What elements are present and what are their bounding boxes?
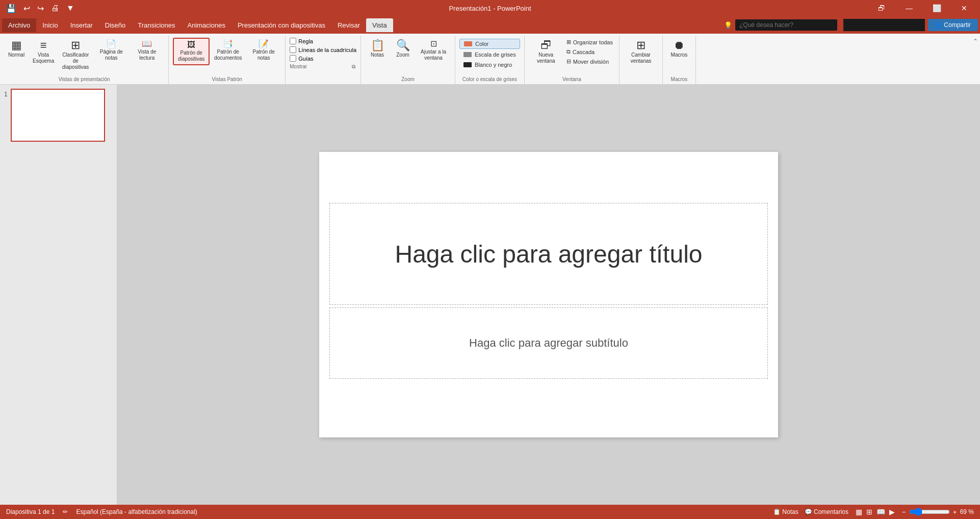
restore-button[interactable]: 🗗 [870, 0, 893, 16]
ribbon-btn-vista-esquema[interactable]: ≡ VistaEsquema [30, 38, 57, 66]
menu-archivo[interactable]: Archivo [2, 18, 36, 32]
checkbox-regla[interactable]: Regla [290, 38, 356, 44]
lineas-cuadricula-checkbox[interactable] [290, 46, 296, 53]
checkbox-group-mostrar: Regla Líneas de la cuadrícula Guías [290, 36, 356, 62]
ribbon-btn-ajustar-ventana[interactable]: ⊡ Ajustar a la ventana [416, 38, 451, 63]
slide-thumbnail[interactable] [11, 89, 105, 142]
close-button[interactable]: ✕ [952, 0, 976, 16]
guias-checkbox[interactable] [290, 55, 296, 62]
ribbon-btn-patron-diapositivas[interactable]: 🖼 Patrón de diapositivas [173, 38, 210, 65]
ribbon-btn-normal[interactable]: ▦ Normal [4, 38, 29, 60]
status-bar-right: 📋 Notas 💬 Comentarios ▦ ⊞ 📖 ▶ − + 69 % [773, 507, 974, 517]
comments-status-btn[interactable]: 💬 Comentarios [805, 508, 848, 515]
status-bar: Diapositiva 1 de 1 ✏ Español (España - a… [0, 505, 980, 519]
ribbon-btn-zoom[interactable]: 🔍 Zoom [391, 38, 415, 60]
ribbon-btn-macros[interactable]: ⏺ Macros [667, 38, 691, 60]
ribbon-group-patron-label: Vistas Patrón [212, 74, 242, 84]
notes-icon: 📋 [371, 40, 384, 51]
redo-button[interactable]: ↪ [35, 3, 46, 14]
window-title: Presentación1 - PowerPoint [449, 5, 531, 12]
zoom-in-btn[interactable]: + [953, 508, 957, 516]
share-button[interactable]: 👤 Compartir [928, 19, 978, 31]
minimize-button[interactable]: — [897, 0, 921, 16]
ribbon-group-vistas-label: Vistas de presentación [59, 74, 110, 84]
zoom-slider[interactable] [909, 508, 950, 516]
notes-status-btn[interactable]: 📋 Notas [773, 508, 798, 515]
view-mode-icons: ▦ ⊞ 📖 ▶ [855, 507, 896, 517]
ribbon-group-macros-label: Macros [671, 74, 688, 84]
ribbon: ▦ Normal ≡ VistaEsquema ⊞ Clasificador d… [0, 34, 980, 85]
checkbox-lineas-cuadricula[interactable]: Líneas de la cuadrícula [290, 46, 356, 53]
ribbon-group-mostrar-header: Mostrar ⧉ [290, 62, 356, 71]
normal-view-icon: ▦ [11, 40, 22, 51]
menu-presentacion[interactable]: Presentación con diapositivas [231, 18, 331, 32]
slide-master-icon: 🖼 [187, 41, 195, 49]
ribbon-btn-organizar-todas[interactable]: ⊞ Organizar todas [564, 38, 615, 46]
switch-windows-icon: ⊞ [636, 40, 646, 51]
title-bar-left: 💾 ↩ ↪ 🖨 ▼ [4, 3, 76, 14]
color-btn-color[interactable]: Color [459, 39, 520, 49]
checkbox-guias[interactable]: Guías [290, 55, 356, 62]
menu-diseno[interactable]: Diseño [99, 18, 132, 32]
edit-icon[interactable]: ✏ [63, 508, 68, 515]
zoom-level: 69 % [960, 508, 974, 515]
menu-inicio[interactable]: Inicio [36, 18, 64, 32]
ribbon-btn-patron-notas[interactable]: 📝 Patrón de notas [246, 38, 281, 63]
ribbon-btn-pagina-notas[interactable]: 📄 Página de notas [94, 38, 128, 63]
color-swatch-grises [463, 52, 472, 57]
menu-vista[interactable]: Vista [366, 18, 393, 32]
language-info: Español (España - alfabetización tradici… [76, 508, 197, 515]
regla-checkbox[interactable] [290, 38, 296, 44]
ribbon-buttons-vistas: ▦ Normal ≡ VistaEsquema ⊞ Clasificador d… [4, 36, 164, 74]
slide-canvas-area: Haga clic para agregar título Haga clic … [117, 85, 980, 505]
ribbon-group-vistas-presentacion: ▦ Normal ≡ VistaEsquema ⊞ Clasificador d… [0, 36, 169, 84]
zoom-out-btn[interactable]: − [902, 508, 906, 516]
slide-title-text: Haga clic para agregar título [395, 240, 703, 268]
view-mode-slideshow[interactable]: ▶ [888, 507, 896, 517]
ribbon-btn-patron-documentos[interactable]: 📑 Patrón de documentos [211, 38, 245, 63]
ribbon-buttons-cambiar: ⊞ Cambiar ventanas [624, 36, 658, 80]
ribbon-btn-vista-lectura[interactable]: 📖 Vista de lectura [130, 38, 164, 63]
notes-status-icon: 📋 [773, 508, 781, 515]
ribbon-btn-cambiar-ventanas[interactable]: ⊞ Cambiar ventanas [624, 38, 658, 66]
view-mode-reading[interactable]: 📖 [875, 507, 886, 517]
menu-transiciones[interactable]: Transiciones [132, 18, 181, 32]
slide-canvas[interactable]: Haga clic para agregar título Haga clic … [319, 152, 778, 437]
color-btn-escala-grises[interactable]: Escala de grises [459, 50, 520, 59]
mostrar-expand-icon[interactable]: ⧉ [351, 63, 356, 71]
color-btn-blanco-negro[interactable]: Blanco y negro [459, 60, 520, 69]
ribbon-btn-notas[interactable]: 📋 Notas [365, 38, 390, 60]
ribbon-group-color-label: Color o escala de grises [462, 74, 517, 84]
slide-title-placeholder[interactable]: Haga clic para agregar título [329, 203, 768, 305]
menu-revisar[interactable]: Revisar [331, 18, 366, 32]
ribbon-group-macros: ⏺ Macros Macros [663, 36, 696, 84]
ribbon-collapse[interactable]: ⌃ [971, 36, 980, 84]
menu-insertar[interactable]: Insertar [64, 18, 99, 32]
slide-number: 1 [4, 89, 8, 98]
zoom-icon: 🔍 [396, 40, 410, 51]
view-mode-normal[interactable]: ▦ [855, 507, 863, 517]
slide-subtitle-placeholder[interactable]: Haga clic para agregar subtítulo [329, 307, 768, 379]
maximize-button[interactable]: ⬜ [925, 0, 948, 16]
view-mode-sorter[interactable]: ⊞ [865, 507, 873, 517]
comments-status-icon: 💬 [805, 508, 812, 515]
ribbon-group-ventana-label: Ventana [562, 74, 581, 84]
new-window-icon: 🗗 [540, 40, 552, 51]
ribbon-btn-mover-division[interactable]: ⊟ Mover división [564, 57, 615, 66]
ribbon-group-color: Color Escala de grises Blanco y negro Co… [455, 36, 525, 84]
notes-page-icon: 📄 [106, 40, 116, 48]
slide-panel: 1 [0, 85, 117, 505]
search-input[interactable] [735, 19, 837, 31]
ribbon-btn-cascada[interactable]: ⧉ Cascada [564, 47, 615, 56]
ribbon-btn-nueva-ventana[interactable]: 🗗 Nueva ventana [529, 38, 563, 66]
ribbon-btn-clasificador[interactable]: ⊞ Clasificador de diapositivas [58, 38, 93, 72]
customize-quick-access[interactable]: ▼ [64, 3, 76, 14]
ribbon-buttons-macros: ⏺ Macros [667, 36, 691, 74]
ribbon-group-mostrar-label: Mostrar [290, 62, 307, 71]
save-button[interactable]: 💾 [4, 3, 18, 14]
undo-button[interactable]: ↩ [21, 3, 32, 14]
menu-animaciones[interactable]: Animaciones [181, 18, 231, 32]
zoom-control: − + 69 % [902, 508, 974, 516]
print-button[interactable]: 🖨 [49, 3, 61, 14]
collapse-ribbon-button[interactable]: ⌃ [973, 38, 978, 45]
